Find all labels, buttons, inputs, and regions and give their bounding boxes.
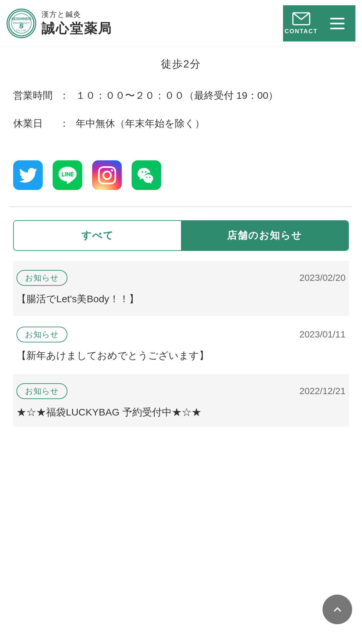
hamburger-icon — [330, 18, 345, 29]
news-date: 2023/01/11 — [299, 329, 346, 340]
social-icons-section — [10, 154, 352, 203]
tabs-container: すべて 店舗のお知らせ — [13, 220, 349, 251]
business-hours-row: 営業時間 ： １０：００〜２０：００（最終受付 19：00） — [13, 88, 349, 103]
news-title: ★☆★福袋LUCKYBAG 予約受付中★☆★ — [16, 404, 346, 420]
logo-circle: SEISHINDO PHARMACY CO.,LTD. S — [7, 9, 36, 38]
walking-text: 徒歩2分 — [10, 57, 352, 71]
news-badge: お知らせ — [16, 270, 67, 286]
news-section: お知らせ 2023/02/20 【腸活でLet's美Body！！】 お知らせ 2… — [10, 261, 352, 427]
main-content: 徒歩2分 営業時間 ： １０：００〜２０：００（最終受付 19：00） 休業日 … — [0, 47, 362, 427]
instagram-icon — [98, 166, 116, 184]
walking-section: 徒歩2分 — [10, 47, 352, 78]
wechat-link[interactable] — [132, 160, 161, 190]
header-subtitle: 漢方と鍼灸 — [41, 10, 112, 19]
site-header: SEISHINDO PHARMACY CO.,LTD. S 漢方と鍼灸 誠心堂薬… — [0, 0, 362, 47]
info-section: 営業時間 ： １０：００〜２０：００（最終受付 19：00） 休業日 ： 年中無… — [10, 78, 352, 154]
arrow-up-icon — [330, 602, 345, 617]
tabs-section: すべて 店舗のお知らせ — [10, 220, 352, 251]
news-item-header: お知らせ 2022/12/21 — [16, 383, 346, 399]
tab-all[interactable]: すべて — [14, 221, 181, 250]
header-nav-buttons: CONTACT — [283, 5, 355, 41]
hours-value: １０：００〜２０：００（最終受付 19：00） — [76, 88, 349, 103]
section-divider — [10, 206, 352, 207]
contact-label: CONTACT — [285, 28, 318, 35]
header-title-block: 漢方と鍼灸 誠心堂薬局 — [41, 10, 112, 38]
hamburger-line-1 — [330, 18, 345, 19]
contact-button[interactable]: CONTACT — [283, 5, 319, 41]
header-main-title: 誠心堂薬局 — [41, 19, 112, 38]
instagram-link[interactable] — [92, 160, 122, 190]
line-link[interactable] — [53, 160, 82, 190]
closed-label: 休業日 — [13, 116, 53, 131]
closed-value: 年中無休（年末年始を除く） — [76, 116, 349, 131]
wechat-icon — [138, 166, 156, 184]
news-item[interactable]: お知らせ 2023/02/20 【腸活でLet's美Body！！】 — [13, 261, 349, 316]
closed-day-row: 休業日 ： 年中無休（年末年始を除く） — [13, 116, 349, 131]
news-title: 【腸活でLet's美Body！！】 — [16, 291, 346, 307]
svg-text:SEISHINDO: SEISHINDO — [12, 17, 32, 21]
line-icon — [59, 166, 77, 184]
mail-icon — [292, 12, 310, 25]
news-item-header: お知らせ 2023/02/20 — [16, 270, 346, 286]
news-badge: お知らせ — [16, 383, 67, 399]
closed-separator: ： — [59, 116, 69, 131]
news-item[interactable]: お知らせ 2023/01/11 【新年あけましておめでとうございます】 — [13, 317, 349, 373]
news-date: 2022/12/21 — [299, 386, 346, 396]
news-title: 【新年あけましておめでとうございます】 — [16, 348, 346, 363]
scroll-to-top-button[interactable] — [323, 595, 352, 624]
hamburger-menu-button[interactable] — [319, 5, 355, 41]
hamburger-line-2 — [330, 23, 345, 24]
svg-text:S: S — [19, 22, 24, 30]
header-logo-area: SEISHINDO PHARMACY CO.,LTD. S 漢方と鍼灸 誠心堂薬… — [7, 9, 112, 38]
news-badge: お知らせ — [16, 327, 67, 342]
news-date: 2023/02/20 — [299, 273, 346, 283]
hours-label: 営業時間 — [13, 88, 53, 103]
twitter-link[interactable] — [13, 160, 43, 190]
tab-store[interactable]: 店舗のお知らせ — [181, 221, 348, 250]
news-item[interactable]: お知らせ 2022/12/21 ★☆★福袋LUCKYBAG 予約受付中★☆★ — [13, 374, 349, 427]
hamburger-line-3 — [330, 28, 345, 29]
twitter-icon — [19, 166, 37, 184]
hours-separator: ： — [59, 88, 69, 103]
news-item-header: お知らせ 2023/01/11 — [16, 327, 346, 342]
